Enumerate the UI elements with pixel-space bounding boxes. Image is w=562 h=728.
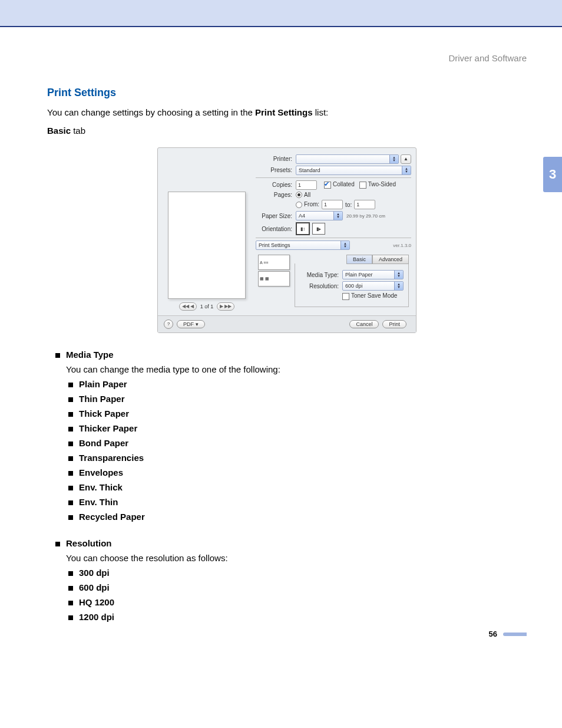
resolution-select[interactable]: 600 dpi▲▼: [342, 281, 404, 291]
preview-next-button[interactable]: ▶ ▶▶: [217, 302, 234, 311]
intro-text: You can change settings by choosing a se…: [47, 106, 527, 120]
media-type-section: Media Type You can change the media type…: [47, 350, 527, 522]
help-button[interactable]: ?: [164, 319, 173, 329]
resolution-heading: Resolution: [66, 538, 112, 548]
media-type-desc: You can change the media type to one of …: [66, 364, 527, 374]
media-type-heading: Media Type: [66, 350, 114, 360]
pages-all-radio[interactable]: All: [296, 192, 310, 199]
resolution-field-label: Resolution:: [300, 283, 339, 289]
intro-before: You can change settings by choosing a se…: [47, 107, 255, 117]
top-bar: [0, 0, 562, 27]
media-type-item: Env. Thin: [66, 497, 527, 507]
sub-intro: Basic tab: [47, 126, 527, 136]
media-type-item: Transparencies: [66, 453, 527, 463]
breadcrumb: Driver and Software: [47, 53, 527, 63]
orientation-label: Orientation:: [256, 226, 292, 232]
sub-intro-after: tab: [71, 126, 85, 136]
copies-input[interactable]: 1: [296, 180, 317, 190]
pages-label: Pages:: [256, 192, 292, 198]
toner-save-checkbox[interactable]: Toner Save Mode: [342, 292, 397, 299]
page-number: 56: [489, 630, 527, 638]
media-type-select[interactable]: Plain Paper▲▼: [342, 270, 404, 279]
pdf-button[interactable]: PDF ▾: [177, 320, 205, 328]
chapter-side-tab: 3: [543, 157, 562, 192]
media-type-label: Media Type:: [300, 272, 339, 278]
resolution-desc: You can choose the resolution as follows…: [66, 553, 527, 563]
cancel-button[interactable]: Cancel: [349, 320, 379, 328]
media-type-item: Bond Paper: [66, 438, 527, 448]
preview-prev-button[interactable]: ◀◀ ◀: [179, 302, 197, 311]
dialog-container: ◀◀ ◀ 1 of 1 ▶ ▶▶ Printer: ▲▼ ▲ Presets: …: [157, 147, 416, 333]
paper-size-dim: 20.99 by 29.70 cm: [346, 213, 385, 219]
pages-from-input[interactable]: 1: [322, 200, 343, 209]
copies-label: Copies:: [256, 182, 292, 188]
sub-intro-bold: Basic: [47, 126, 71, 136]
media-type-item: Thicker Paper: [66, 423, 527, 433]
media-type-item: Recycled Paper: [66, 512, 527, 522]
print-button[interactable]: Print: [382, 320, 406, 328]
media-type-item: Thin Paper: [66, 394, 527, 404]
media-type-item: Envelopes: [66, 467, 527, 477]
pages-to-input[interactable]: 1: [354, 200, 375, 209]
media-type-item: Env. Thick: [66, 482, 527, 492]
resolution-section: Resolution You can choose the resolution…: [47, 538, 527, 622]
resolution-item: 600 dpi: [66, 582, 527, 592]
tab-basic[interactable]: Basic: [346, 255, 372, 264]
media-type-item: Plain Paper: [66, 379, 527, 389]
preview-page-label: 1 of 1: [200, 304, 214, 309]
page-content: Driver and Software 3 Print Settings You…: [0, 27, 562, 662]
version-label: ver.1.3.0: [393, 243, 411, 248]
preview-page: [168, 192, 246, 299]
printer-info-button[interactable]: ▲: [401, 154, 411, 164]
resolution-item: HQ 1200: [66, 597, 527, 607]
presets-label: Presets:: [256, 167, 292, 173]
printer-label: Printer:: [256, 156, 292, 162]
resolution-item: 1200 dpi: [66, 612, 527, 622]
orientation-portrait[interactable]: ▮↕: [296, 222, 310, 235]
preview-column: ◀◀ ◀ 1 of 1 ▶ ▶▶: [163, 153, 251, 311]
pages-from-radio[interactable]: From:: [296, 201, 319, 208]
printer-select[interactable]: ▲▼: [296, 154, 399, 164]
media-type-item: Thick Paper: [66, 409, 527, 419]
collated-checkbox[interactable]: ✔Collated: [324, 181, 355, 188]
paper-size-select[interactable]: A4▲▼: [296, 211, 343, 220]
two-sided-checkbox[interactable]: Two-Sided: [359, 181, 396, 188]
pages-to-label: to:: [345, 202, 352, 208]
print-dialog: ◀◀ ◀ 1 of 1 ▶ ▶▶ Printer: ▲▼ ▲ Presets: …: [157, 147, 416, 333]
section-title: Print Settings: [47, 87, 527, 99]
orientation-landscape[interactable]: ▮▸: [312, 223, 325, 235]
presets-select[interactable]: Standard▲▼: [296, 166, 411, 175]
tab-advanced[interactable]: Advanced: [372, 255, 409, 264]
intro-bold: Print Settings: [255, 107, 313, 117]
intro-after: list:: [313, 107, 329, 117]
resolution-item: 300 dpi: [66, 568, 527, 578]
layout-thumbnails: A ≡≡ ▦ ▦: [258, 255, 290, 307]
paper-size-label: Paper Size:: [256, 213, 292, 219]
print-settings-select[interactable]: Print Settings▲▼: [256, 241, 350, 250]
